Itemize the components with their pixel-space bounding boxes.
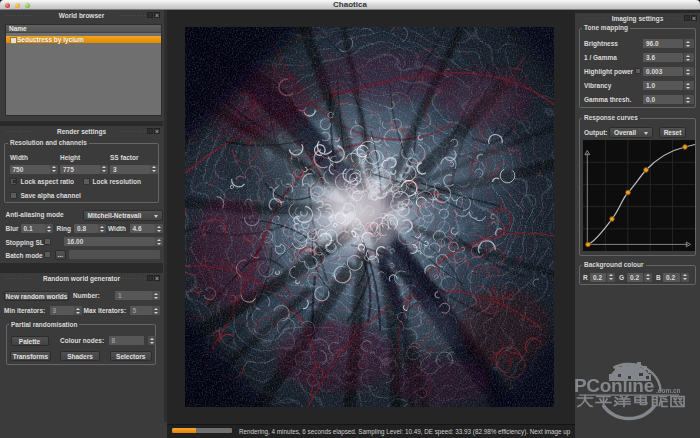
svg-text:PConline: PConline (574, 375, 654, 396)
svg-text:.com.cn: .com.cn (656, 387, 681, 394)
